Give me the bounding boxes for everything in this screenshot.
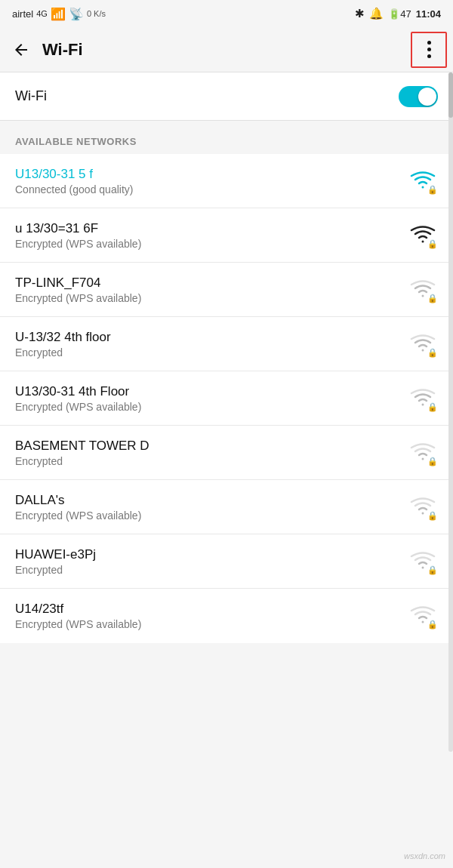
network-info: U-13/32 4th floorEncrypted — [15, 330, 408, 359]
wifi-lock-icon: 🔒 — [408, 385, 438, 412]
wifi-lock-icon: 🔒 — [408, 494, 438, 521]
menu-dot-3 — [427, 54, 431, 58]
wifi-label: Wi-Fi — [15, 88, 47, 104]
network-status: Encrypted — [15, 564, 408, 576]
network-name: U13/30-31 4th Floor — [15, 384, 408, 399]
available-networks-header: AVAILABLE NETWORKS — [0, 121, 453, 154]
section-header-text: AVAILABLE NETWORKS — [15, 136, 137, 147]
status-bar-left: airtel 4G 📶 📡 0 K/s — [12, 7, 106, 21]
wifi-lock-icon: 🔒 — [408, 276, 438, 303]
network-info: DALLA'sEncrypted (WPS available) — [15, 493, 408, 522]
wifi-lock-icon: 🔒 — [408, 222, 438, 249]
network-status: Encrypted (WPS available) — [15, 238, 408, 250]
lock-icon: 🔒 — [427, 565, 438, 575]
network-status: Encrypted (WPS available) — [15, 292, 408, 304]
lock-icon: 🔒 — [427, 348, 438, 358]
wifi-lock-icon: 🔒 — [408, 331, 438, 358]
network-info: u 13/30=31 6FEncrypted (WPS available) — [15, 221, 408, 250]
network-item[interactable]: BASEMENT TOWER DEncrypted 🔒 — [0, 426, 453, 480]
scroll-track — [448, 72, 453, 752]
lock-icon: 🔒 — [427, 294, 438, 303]
overflow-menu-button[interactable] — [411, 32, 447, 68]
network-type: 4G — [36, 9, 48, 18]
status-bar-right: ✱ 🔔 🔋47 11:04 — [355, 7, 441, 20]
network-info: HUAWEI-e3PjEncrypted — [15, 547, 408, 576]
network-name: HUAWEI-e3Pj — [15, 547, 408, 562]
wifi-toggle-row: Wi-Fi — [0, 72, 453, 121]
network-list: U13/30-31 5 fConnected (good quality) 🔒u… — [0, 154, 453, 643]
notification-icon: 🔔 — [369, 7, 384, 20]
network-name: U-13/32 4th floor — [15, 330, 408, 345]
wifi-lock-icon: 🔒 — [408, 548, 438, 575]
wifi-lock-icon: 🔒 — [408, 439, 438, 466]
watermark: wsxdn.com — [404, 851, 445, 860]
network-name: TP-LINK_F704 — [15, 275, 408, 291]
wifi-lock-icon: 🔒 — [408, 602, 438, 629]
lock-icon: 🔒 — [427, 620, 438, 629]
toolbar: Wi-Fi — [0, 27, 453, 72]
battery-icon: 🔋47 — [388, 8, 411, 20]
network-info: TP-LINK_F704Encrypted (WPS available) — [15, 275, 408, 304]
network-item[interactable]: u 13/30=31 6FEncrypted (WPS available) 🔒 — [0, 208, 453, 263]
network-name: u 13/30=31 6F — [15, 221, 408, 236]
wifi-status-icon: 📡 — [69, 7, 84, 21]
network-status: Encrypted — [15, 455, 408, 467]
network-name: U14/23tf — [15, 602, 408, 617]
network-status: Connected (good quality) — [15, 183, 408, 195]
network-name: DALLA's — [15, 493, 408, 508]
status-bar: airtel 4G 📶 📡 0 K/s ✱ 🔔 🔋47 11:04 — [0, 0, 453, 27]
network-info: U14/23tfEncrypted (WPS available) — [15, 602, 408, 630]
back-button[interactable] — [3, 32, 39, 68]
menu-dot-2 — [427, 48, 431, 51]
scroll-thumb[interactable] — [448, 72, 453, 118]
network-status: Encrypted (WPS available) — [15, 618, 408, 630]
toggle-knob — [418, 88, 436, 106]
network-item[interactable]: DALLA'sEncrypted (WPS available) 🔒 — [0, 480, 453, 534]
carrier-label: airtel — [12, 8, 33, 20]
network-info: U13/30-31 4th FloorEncrypted (WPS availa… — [15, 384, 408, 413]
bluetooth-icon: ✱ — [355, 7, 365, 20]
network-status: Encrypted — [15, 346, 408, 359]
time-label: 11:04 — [416, 8, 441, 20]
wifi-lock-icon: 🔒 — [408, 168, 438, 195]
network-item[interactable]: U-13/32 4th floorEncrypted 🔒 — [0, 317, 453, 371]
network-name: U13/30-31 5 f — [15, 167, 408, 182]
data-speed: 0 K/s — [87, 9, 106, 18]
network-item[interactable]: HUAWEI-e3PjEncrypted 🔒 — [0, 534, 453, 589]
network-item[interactable]: U13/30-31 4th FloorEncrypted (WPS availa… — [0, 371, 453, 426]
network-item[interactable]: U14/23tfEncrypted (WPS available) 🔒 — [0, 589, 453, 643]
lock-icon: 🔒 — [427, 239, 438, 249]
network-info: BASEMENT TOWER DEncrypted — [15, 439, 408, 467]
network-name: BASEMENT TOWER D — [15, 439, 408, 454]
signal-bars: 📶 — [51, 7, 66, 21]
wifi-toggle[interactable] — [399, 86, 438, 107]
lock-icon: 🔒 — [427, 511, 438, 521]
lock-icon: 🔒 — [427, 457, 438, 466]
lock-icon: 🔒 — [427, 402, 438, 412]
lock-icon: 🔒 — [427, 185, 438, 195]
menu-dot-1 — [427, 41, 431, 45]
network-info: U13/30-31 5 fConnected (good quality) — [15, 167, 408, 195]
page-title: Wi-Fi — [42, 40, 411, 60]
network-status: Encrypted (WPS available) — [15, 509, 408, 522]
network-item[interactable]: TP-LINK_F704Encrypted (WPS available) 🔒 — [0, 263, 453, 317]
network-status: Encrypted (WPS available) — [15, 401, 408, 413]
network-item[interactable]: U13/30-31 5 fConnected (good quality) 🔒 — [0, 154, 453, 208]
